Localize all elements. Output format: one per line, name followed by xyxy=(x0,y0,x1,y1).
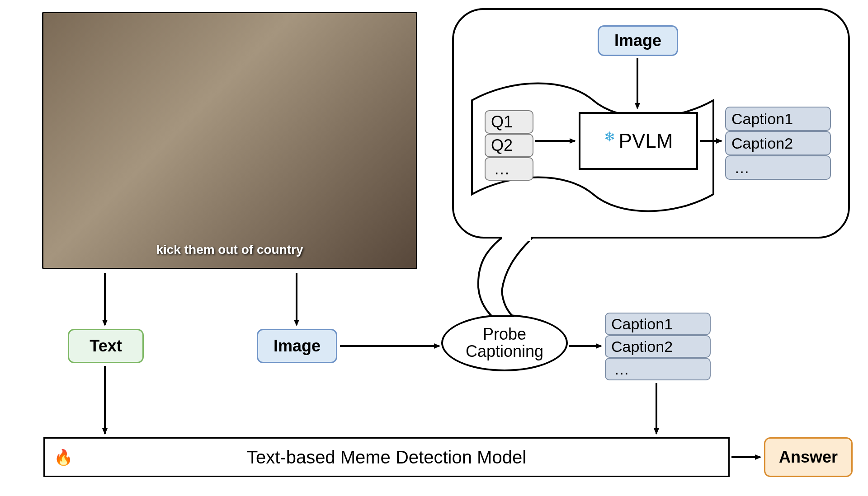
fire-icon: 🔥 xyxy=(54,448,73,466)
caption-bubble-2: Caption2 xyxy=(725,131,831,155)
caption-bottom-ellipsis: … xyxy=(605,358,711,380)
answer-node: Answer xyxy=(764,437,853,477)
caption-bubble-ellipsis: … xyxy=(725,155,831,180)
detection-model-box: 🔥 Text-based Meme Detection Model xyxy=(43,437,730,477)
text-node-label: Text xyxy=(90,337,122,356)
image-node-bubble-label: Image xyxy=(614,31,661,50)
query-q2: Q2 xyxy=(485,134,533,157)
query-stack: Q1 Q2 … xyxy=(485,110,533,181)
meme-caption-text: kick them out of country xyxy=(156,243,303,268)
answer-label: Answer xyxy=(779,448,838,467)
image-node-label: Image xyxy=(274,337,321,356)
query-q1: Q1 xyxy=(485,110,533,134)
image-node-bubble: Image xyxy=(598,25,678,56)
probe-line1: Probe xyxy=(483,326,526,343)
text-node: Text xyxy=(68,329,144,363)
probe-captioning-ellipse: Probe Captioning xyxy=(441,314,568,371)
caption-bubble-1: Caption1 xyxy=(725,107,831,131)
probe-line2: Captioning xyxy=(466,343,543,360)
pvlm-label: PVLM xyxy=(619,130,673,152)
query-ellipsis: … xyxy=(485,157,533,181)
snowflake-icon: ❄ xyxy=(604,129,615,145)
pvlm-box: ❄ PVLM xyxy=(579,112,698,170)
caption-bottom-2: Caption2 xyxy=(605,335,711,358)
caption-stack-bubble: Caption1 Caption2 … xyxy=(725,107,831,180)
image-node: Image xyxy=(257,329,337,363)
caption-stack-bottom: Caption1 Caption2 … xyxy=(605,313,711,380)
meme-image: kick them out of country xyxy=(42,12,417,269)
detection-model-label: Text-based Meme Detection Model xyxy=(247,447,526,468)
caption-bottom-1: Caption1 xyxy=(605,313,711,335)
diagram-stage: kick them out of country Image ❄ PVLM Q1… xyxy=(0,0,868,496)
